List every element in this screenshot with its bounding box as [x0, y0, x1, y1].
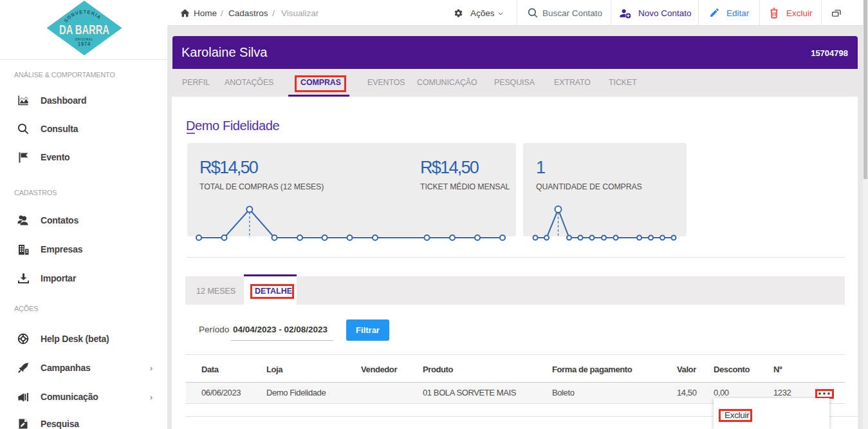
svg-text:1974: 1974 [78, 41, 91, 47]
svg-text:DA BARRA: DA BARRA [59, 23, 109, 37]
